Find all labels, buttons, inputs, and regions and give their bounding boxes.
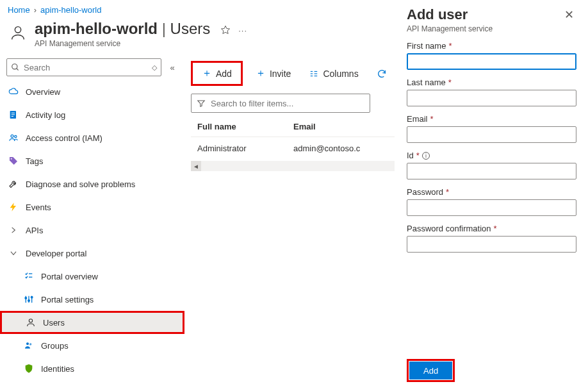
svg-rect-4 [12, 113, 15, 113]
bolt-icon [8, 201, 19, 213]
collapse-sidebar-icon[interactable]: « [167, 63, 178, 72]
cloud-icon [8, 86, 19, 97]
sidebar-item-label: Activity log [26, 110, 65, 120]
user-icon [8, 22, 28, 43]
close-icon[interactable]: ✕ [562, 6, 576, 23]
cell-fullname: Administrator [197, 144, 293, 153]
sidebar-item-activity-log[interactable]: Activity log [0, 103, 184, 126]
sidebar-item-label: Diagnose and solve problems [26, 179, 135, 189]
last-name-label: Last name* [407, 78, 576, 87]
info-icon[interactable]: i [422, 152, 430, 160]
svg-rect-6 [12, 116, 13, 117]
plus-icon: ＋ [202, 67, 212, 80]
page-title-section: Users [170, 20, 211, 37]
email-label: Email* [407, 114, 576, 124]
email-input[interactable] [407, 126, 576, 143]
sidebar-item-developer-portal[interactable]: Developer portal [0, 242, 184, 265]
svg-point-0 [15, 27, 20, 33]
columns-icon [309, 69, 319, 78]
password-confirm-input[interactable] [407, 236, 576, 253]
sidebar-item-label: APIs [26, 226, 43, 235]
filter-box[interactable] [191, 94, 370, 113]
password-label: Password* [407, 187, 576, 197]
submit-highlight: Add [407, 359, 455, 382]
sidebar-item-label: Developer portal [26, 249, 86, 258]
first-name-label: First name* [407, 41, 576, 51]
svg-point-8 [15, 135, 17, 137]
sidebar-item-groups[interactable]: Groups [0, 334, 184, 357]
columns-label: Columns [323, 69, 358, 79]
columns-button[interactable]: Columns [304, 66, 363, 81]
plus-icon: ＋ [256, 67, 266, 80]
breadcrumb-home[interactable]: Home [8, 5, 30, 15]
shield-icon [23, 363, 35, 374]
page-subtitle: API Management service [35, 39, 210, 48]
sidebar-item-overview[interactable]: Overview [0, 80, 184, 103]
sidebar-item-portal-settings[interactable]: Portal settings [0, 288, 184, 311]
invite-label: Invite [270, 69, 291, 79]
svg-point-19 [26, 342, 29, 345]
sidebar-item-label: Identities [41, 364, 74, 374]
id-label: Id*i [407, 151, 576, 160]
sidebar-search-input[interactable] [24, 63, 148, 72]
sidebar-item-users[interactable]: Users [0, 311, 184, 334]
password-confirm-label: Password confirmation* [407, 224, 576, 233]
svg-point-9 [11, 158, 12, 160]
sidebar-item-portal-overview[interactable]: Portal overview [0, 265, 184, 288]
sidebar-item-apis[interactable]: APIs [0, 219, 184, 242]
svg-point-1 [12, 64, 17, 69]
svg-rect-5 [12, 114, 15, 115]
sort-icon[interactable]: ◇ [152, 63, 157, 72]
id-input[interactable] [407, 163, 576, 179]
scroll-left-icon[interactable]: ◄ [191, 161, 201, 171]
add-label: Add [216, 69, 232, 79]
refresh-button[interactable] [372, 66, 392, 81]
breadcrumb-item[interactable]: apim-hello-world [40, 5, 101, 15]
sidebar-item-tags[interactable]: Tags [0, 149, 184, 172]
log-icon [8, 109, 19, 121]
sidebar-item-iam[interactable]: Access control (IAM) [0, 126, 184, 149]
filter-icon [197, 99, 206, 108]
svg-point-16 [28, 300, 30, 302]
sidebar-item-events[interactable]: Events [0, 196, 184, 219]
add-button[interactable]: ＋ Add [191, 61, 243, 86]
sidebar-item-label: Overview [26, 87, 60, 97]
sidebar-item-identities[interactable]: Identities [0, 357, 184, 380]
password-input[interactable] [407, 199, 576, 216]
wrench-icon [8, 178, 19, 190]
svg-point-20 [29, 343, 31, 345]
col-fullname[interactable]: Full name [197, 122, 293, 131]
sidebar-item-label: Tags [26, 156, 43, 166]
sidebar-item-label: Portal overview [41, 272, 98, 281]
search-icon [11, 63, 20, 72]
chevron-right-icon [8, 224, 19, 236]
invite-button[interactable]: ＋ Invite [250, 64, 296, 83]
filter-input[interactable] [211, 99, 364, 108]
svg-point-18 [29, 319, 32, 322]
favorite-icon[interactable] [220, 25, 231, 35]
first-name-input[interactable] [407, 53, 576, 70]
sidebar-item-diagnose[interactable]: Diagnose and solve problems [0, 172, 184, 196]
svg-point-17 [31, 296, 33, 298]
panel-title: Add user [407, 6, 468, 23]
sidebar-search[interactable]: ◇ [6, 58, 161, 76]
page-title: apim-hello-world | Users [35, 20, 210, 38]
svg-point-15 [25, 297, 27, 299]
sliders-icon [23, 294, 35, 305]
refresh-icon [377, 69, 387, 79]
panel-subtitle: API Management service [407, 24, 576, 33]
last-name-input[interactable] [407, 90, 576, 106]
sidebar-item-label: Events [26, 203, 51, 212]
page-title-resource: apim-hello-world [35, 20, 158, 37]
sidebar-item-label: Users [43, 318, 65, 328]
chevron-down-icon [8, 247, 19, 259]
sidebar-item-label: Groups [41, 341, 69, 351]
more-icon[interactable]: ··· [238, 26, 247, 35]
submit-button[interactable]: Add [409, 362, 452, 379]
checklist-icon [23, 270, 35, 282]
sidebar-item-label: Access control (IAM) [26, 133, 102, 143]
add-user-panel: Add user ✕ API Management service First … [395, 0, 588, 391]
breadcrumb-separator: › [34, 5, 37, 15]
svg-point-7 [11, 135, 13, 137]
svg-line-2 [17, 69, 19, 71]
